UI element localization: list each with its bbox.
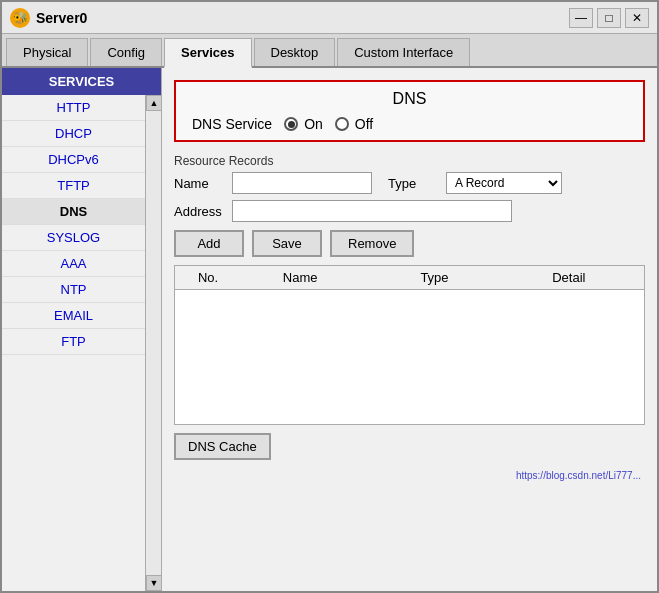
- sidebar-scrollbar: ▲ ▼: [145, 95, 161, 591]
- dns-off-option[interactable]: Off: [335, 116, 373, 132]
- address-row: Address: [174, 200, 645, 222]
- dns-title: DNS: [192, 90, 627, 108]
- dns-off-label: Off: [355, 116, 373, 132]
- add-button[interactable]: Add: [174, 230, 244, 257]
- resource-records-section: Resource Records Name Type A Record AAAA…: [174, 150, 645, 425]
- dns-service-label: DNS Service: [192, 116, 272, 132]
- minimize-button[interactable]: —: [569, 8, 593, 28]
- scroll-down-button[interactable]: ▼: [146, 575, 161, 591]
- dns-service-row: DNS Service On Off: [192, 116, 627, 132]
- remove-button[interactable]: Remove: [330, 230, 414, 257]
- title-bar: 🐝 Server0 — □ ✕: [2, 2, 657, 34]
- col-type: Type: [367, 270, 501, 285]
- name-input[interactable]: [232, 172, 372, 194]
- dns-on-option[interactable]: On: [284, 116, 323, 132]
- scroll-track: [146, 111, 161, 575]
- maximize-button[interactable]: □: [597, 8, 621, 28]
- sidebar-item-tftp[interactable]: TFTP: [2, 173, 145, 199]
- content-area: SERVICES HTTP DHCP DHCPv6 TFTP DNS SYSLO…: [2, 68, 657, 591]
- dns-on-radio[interactable]: [284, 117, 298, 131]
- col-no: No.: [183, 270, 233, 285]
- sidebar-item-dhcpv6[interactable]: DHCPv6: [2, 147, 145, 173]
- address-field-label: Address: [174, 204, 224, 219]
- sidebar-item-aaa[interactable]: AAA: [2, 251, 145, 277]
- address-input[interactable]: [232, 200, 512, 222]
- resource-records-label: Resource Records: [174, 154, 645, 168]
- main-window: 🐝 Server0 — □ ✕ Physical Config Services…: [0, 0, 659, 593]
- tab-custom-interface[interactable]: Custom Interface: [337, 38, 470, 66]
- window-controls: — □ ✕: [569, 8, 649, 28]
- sidebar-item-dns[interactable]: DNS: [2, 199, 145, 225]
- dns-box: DNS DNS Service On Off: [174, 80, 645, 142]
- tab-bar: Physical Config Services Desktop Custom …: [2, 34, 657, 68]
- sidebar-item-ftp[interactable]: FTP: [2, 329, 145, 355]
- tab-desktop[interactable]: Desktop: [254, 38, 336, 66]
- tab-services[interactable]: Services: [164, 38, 252, 68]
- col-name: Name: [233, 270, 367, 285]
- type-select[interactable]: A Record AAAA Record CNAME Record MX Rec…: [446, 172, 562, 194]
- records-table: No. Name Type Detail: [174, 265, 645, 425]
- main-panel: DNS DNS Service On Off Resource Records: [162, 68, 657, 591]
- sidebar-item-dhcp[interactable]: DHCP: [2, 121, 145, 147]
- save-button[interactable]: Save: [252, 230, 322, 257]
- dns-cache-button[interactable]: DNS Cache: [174, 433, 271, 460]
- name-type-row: Name Type A Record AAAA Record CNAME Rec…: [174, 172, 645, 194]
- app-icon: 🐝: [10, 8, 30, 28]
- tab-physical[interactable]: Physical: [6, 38, 88, 66]
- col-detail: Detail: [502, 270, 636, 285]
- sidebar-item-http[interactable]: HTTP: [2, 95, 145, 121]
- window-title: Server0: [36, 10, 569, 26]
- scroll-up-button[interactable]: ▲: [146, 95, 161, 111]
- watermark: https://blog.csdn.net/Li777...: [174, 468, 645, 483]
- sidebar-header: SERVICES: [2, 68, 161, 95]
- sidebar-item-ntp[interactable]: NTP: [2, 277, 145, 303]
- name-field-label: Name: [174, 176, 224, 191]
- table-body: [175, 290, 644, 410]
- sidebar: SERVICES HTTP DHCP DHCPv6 TFTP DNS SYSLO…: [2, 68, 162, 591]
- action-buttons-row: Add Save Remove: [174, 230, 645, 257]
- sidebar-item-syslog[interactable]: SYSLOG: [2, 225, 145, 251]
- tab-config[interactable]: Config: [90, 38, 162, 66]
- sidebar-items-list: HTTP DHCP DHCPv6 TFTP DNS SYSLOG AAA NTP…: [2, 95, 145, 591]
- sidebar-item-email[interactable]: EMAIL: [2, 303, 145, 329]
- type-field-label: Type: [388, 176, 438, 191]
- close-button[interactable]: ✕: [625, 8, 649, 28]
- dns-off-radio[interactable]: [335, 117, 349, 131]
- dns-on-label: On: [304, 116, 323, 132]
- table-header: No. Name Type Detail: [175, 266, 644, 290]
